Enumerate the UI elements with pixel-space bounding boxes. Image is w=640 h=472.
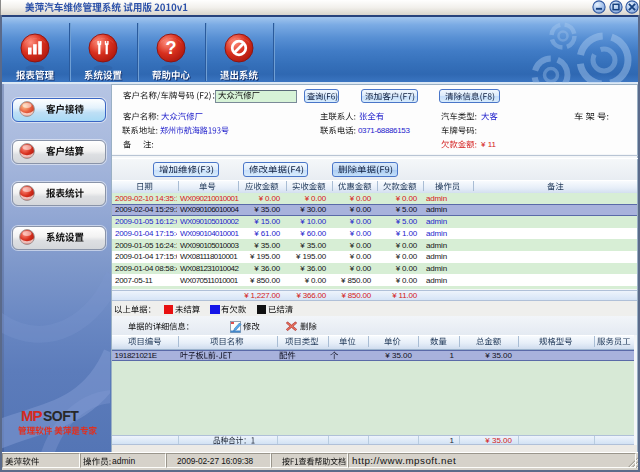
svg-text:MP: MP	[21, 408, 42, 424]
svg-text:?: ?	[166, 38, 177, 58]
svg-text:SOFT: SOFT	[43, 408, 79, 424]
